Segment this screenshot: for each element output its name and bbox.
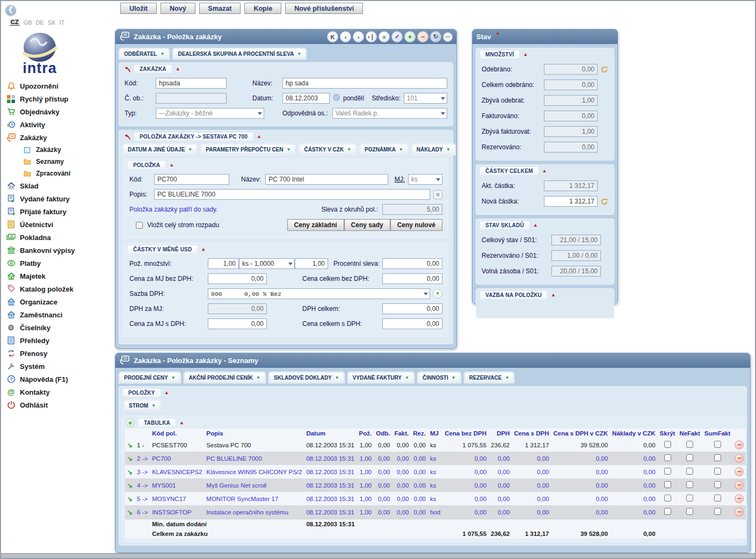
- col-cena-s-dph[interactable]: Cena s DPH: [512, 429, 551, 438]
- datum-input[interactable]: [282, 93, 330, 104]
- row-popis-link[interactable]: Klávesnice WIN95 CHICONY PS/2: [204, 465, 304, 478]
- nav-first-button[interactable]: K: [327, 31, 338, 42]
- sidebar-item-zamestnanci[interactable]: Zaměstnanci: [6, 308, 113, 321]
- cena-celkem-s-input[interactable]: [382, 318, 442, 329]
- poz-mnozstvi-input[interactable]: [208, 258, 239, 269]
- new-button[interactable]: Nový: [161, 3, 195, 14]
- collapse-triangle-icon[interactable]: ▲: [542, 169, 547, 173]
- collapse-triangle-icon[interactable]: ▲: [523, 52, 528, 57]
- rezervovano-input[interactable]: [544, 142, 598, 153]
- add-row-button[interactable]: +: [126, 418, 135, 427]
- sleva-input[interactable]: [382, 204, 442, 215]
- cena-celkem-bez-input[interactable]: [382, 273, 442, 284]
- language-de[interactable]: DE: [36, 19, 44, 26]
- nova-castka-input[interactable]: [544, 196, 598, 207]
- qty2-input[interactable]: [295, 258, 328, 269]
- sumfakt-checkbox[interactable]: [714, 454, 721, 461]
- sidebar-item-bankovni-vypisy[interactable]: Bankovní výpisy: [6, 244, 113, 257]
- row-code-link[interactable]: MOSYNC17: [150, 492, 204, 505]
- skryt-checkbox[interactable]: [664, 441, 671, 448]
- sada-note-link[interactable]: Položka zakázky patří do sady.: [129, 206, 218, 213]
- tab-skladove-doklady[interactable]: SKLADOVÉ DOKLADY▼: [268, 372, 345, 383]
- dph-za-mj-input[interactable]: [208, 303, 267, 314]
- collapse-triangle-icon[interactable]: ▲: [533, 223, 538, 228]
- typ-select[interactable]: ---Zakázky - běžné: [156, 108, 264, 119]
- skryt-checkbox[interactable]: [664, 481, 671, 488]
- cena-mj-s-input[interactable]: [208, 318, 267, 329]
- nefakt-checkbox[interactable]: [686, 468, 693, 475]
- polozka-kod-input[interactable]: [154, 174, 229, 185]
- col-kod-pol[interactable]: Kód pol.: [150, 429, 204, 438]
- collapse-triangle-icon[interactable]: ▲: [164, 390, 169, 395]
- sumfakt-checkbox[interactable]: [714, 495, 721, 502]
- tab-parametry-prepoctu-cen[interactable]: PARAMETRY PŘEPOČTU CEN▼: [200, 143, 296, 155]
- sidebar-item-prehledy[interactable]: Přehledy: [6, 334, 113, 347]
- popis-input[interactable]: [154, 189, 430, 200]
- collapse-triangle-icon[interactable]: ▲: [495, 31, 500, 35]
- row-arrow-icon[interactable]: ↘: [127, 482, 133, 489]
- collapse-triangle-icon[interactable]: ▲: [169, 163, 174, 168]
- nefakt-checkbox[interactable]: [686, 441, 693, 448]
- back-button[interactable]: ❮: [5, 5, 16, 16]
- col-cena-bez-dph[interactable]: Cena bez DPH: [442, 429, 489, 438]
- language-cz[interactable]: CZ: [10, 19, 20, 26]
- kod-input[interactable]: [156, 78, 227, 89]
- tab-castky-v-czk[interactable]: ČÁSTKY V CZK▼: [299, 143, 357, 155]
- row-popis-link[interactable]: MONITOR SyncMaster 17: [204, 492, 304, 505]
- nav-last-button[interactable]: ›❘: [366, 31, 377, 42]
- sidebar-item-vydane-faktury[interactable]: Vydané faktury: [6, 192, 113, 205]
- delete-row-button[interactable]: −: [735, 481, 744, 490]
- collapse-triangle-icon[interactable]: ▲: [179, 420, 184, 425]
- save-button[interactable]: Uložit: [120, 3, 157, 14]
- tab-rezervace[interactable]: REZERVACE▼: [464, 372, 515, 383]
- stredisko-select[interactable]: 101: [404, 93, 447, 104]
- tab-cinnosti[interactable]: ČINNOSTI▼: [417, 372, 461, 383]
- col-datum[interactable]: Datum: [304, 429, 357, 438]
- nefakt-checkbox[interactable]: [686, 454, 693, 461]
- back-arrow-icon[interactable]: [123, 134, 130, 140]
- delete-row-button[interactable]: −: [735, 494, 744, 503]
- row-popis-link[interactable]: Instalace operačního systému: [204, 505, 304, 519]
- akt-castka-input[interactable]: [544, 180, 598, 191]
- nazev-input[interactable]: [282, 78, 447, 89]
- nefakt-checkbox[interactable]: [686, 495, 693, 502]
- sidebar-item-organizace[interactable]: Organizace: [6, 295, 113, 308]
- skryt-checkbox[interactable]: [664, 468, 671, 475]
- polozka-nazev-input[interactable]: [265, 174, 388, 185]
- col-nefakt[interactable]: NeFakt: [677, 429, 702, 438]
- refresh-icon[interactable]: [600, 66, 608, 74]
- cena-mj-bez-input[interactable]: [208, 273, 267, 284]
- sidebar-item-aktivity[interactable]: Aktivity: [6, 118, 113, 131]
- sumfakt-checkbox[interactable]: [714, 441, 721, 448]
- strom-button[interactable]: STROM▼: [123, 400, 161, 411]
- sidebar-item-platby[interactable]: Platby: [6, 257, 113, 270]
- skryt-checkbox[interactable]: [664, 508, 671, 515]
- skryt-checkbox[interactable]: [664, 454, 671, 461]
- odpovedna-select[interactable]: Valeš Radek p.: [332, 108, 447, 119]
- sidebar-item-prijate-faktury[interactable]: Přijaté faktury: [6, 205, 113, 218]
- intra-logo[interactable]: intra: [8, 31, 72, 77]
- new-accessory-button[interactable]: Nové příslušenství: [285, 3, 363, 14]
- mj-select[interactable]: ks: [408, 174, 442, 185]
- procentni-sleva-input[interactable]: [382, 258, 442, 269]
- sidebar-subitem-seznamy[interactable]: Seznamy: [6, 156, 113, 168]
- sidebar-item-objednavky[interactable]: Objednávky: [6, 105, 113, 118]
- confirm-button[interactable]: ✓: [391, 31, 403, 42]
- more-button[interactable]: ⋯: [443, 32, 453, 42]
- col-cena-s-dph-czk[interactable]: Cena s DPH v CZK: [551, 429, 610, 438]
- collapse-triangle-icon[interactable]: ▲: [201, 247, 206, 252]
- collapse-triangle-icon[interactable]: ▲: [176, 67, 180, 71]
- col-popis[interactable]: Popis: [204, 429, 304, 438]
- row-code-link[interactable]: KLAVESNICEPS2: [150, 465, 204, 478]
- tab-odberatel[interactable]: ODBĚRATEL▼: [119, 48, 170, 60]
- row-code-link[interactable]: INSTSOFTOP: [150, 505, 204, 519]
- cob-input[interactable]: [156, 93, 227, 104]
- col-sumfakt[interactable]: SumFakt: [702, 429, 733, 438]
- celkovy-stav-input[interactable]: [551, 235, 601, 245]
- ceny-sady-button[interactable]: Ceny sady: [344, 219, 390, 231]
- tab-naklady[interactable]: NÁKLADY▼: [411, 143, 456, 155]
- odebrano-input[interactable]: [544, 64, 598, 75]
- zbyva-odebrat-input[interactable]: [544, 95, 598, 106]
- fakturovano-input[interactable]: [544, 111, 598, 121]
- strom-rozpadu-checkbox[interactable]: [136, 222, 143, 229]
